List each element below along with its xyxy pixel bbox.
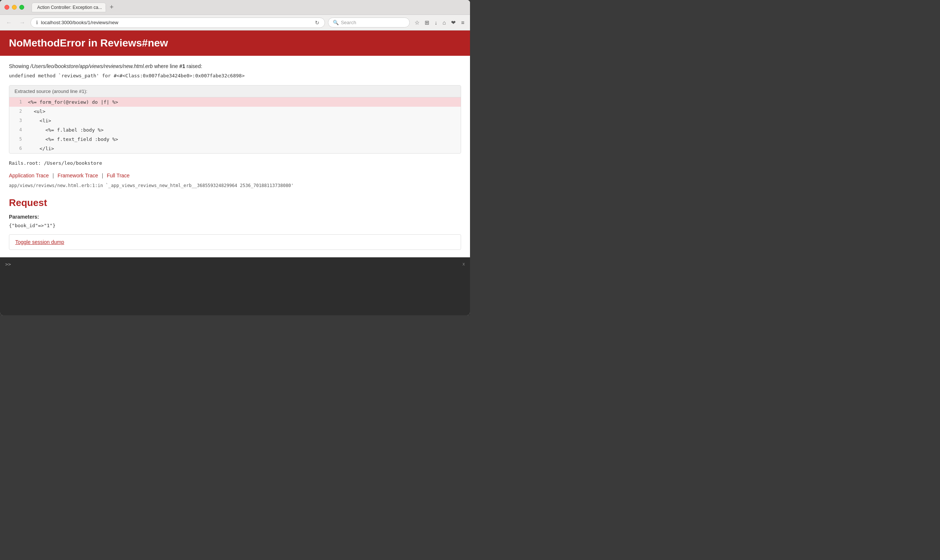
line-content-3: <li> xyxy=(28,117,51,125)
code-line-5: 5 <%= f.text_field :body %> xyxy=(9,135,461,144)
forward-icon: → xyxy=(19,19,25,26)
traffic-lights xyxy=(5,5,24,10)
source-code: 1 <%= form_for(@review) do |f| %> 2 <ul>… xyxy=(9,97,461,153)
tab-title: Action Controller: Exception ca... xyxy=(37,5,102,10)
bookmark-icon[interactable]: ☆ xyxy=(413,18,421,28)
search-bar[interactable]: 🔍 Search xyxy=(328,17,410,28)
line-content-1: <%= form_for(@review) do |f| %> xyxy=(28,98,118,106)
rails-root: Rails.root: /Users/leo/bookstore xyxy=(9,160,461,166)
error-header: NoMethodError in Reviews#new xyxy=(0,31,470,56)
code-line-1: 1 <%= form_for(@review) do |f| %> xyxy=(9,97,461,107)
active-tab[interactable]: Action Controller: Exception ca... ✕ xyxy=(32,3,106,12)
address-bar[interactable]: ℹ localhost:3000/books/1/reviews/new ↻ xyxy=(31,17,325,28)
source-header: Extracted source (around line #1): xyxy=(9,86,461,97)
trace-sep-2: | xyxy=(102,172,103,178)
trace-links: Application Trace | Framework Trace | Fu… xyxy=(9,172,461,178)
page-content: NoMethodError in Reviews#new Showing /Us… xyxy=(0,31,470,257)
source-box: Extracted source (around line #1): 1 <%=… xyxy=(9,85,461,154)
code-line-4: 4 <%= f.label :body %> xyxy=(9,125,461,135)
rails-root-label: Rails.root: xyxy=(9,160,41,166)
line-content-4: <%= f.label :body %> xyxy=(28,126,104,134)
showing-line-num: #1 xyxy=(179,63,185,69)
menu-icon[interactable]: ≡ xyxy=(459,18,466,27)
showing-file: /Users/leo/bookstore/app/views/reviews/n… xyxy=(31,63,153,69)
line-content-6: </li> xyxy=(28,145,54,152)
rails-root-value: /Users/leo/bookstore xyxy=(44,160,102,166)
forward-button[interactable]: → xyxy=(17,18,28,28)
line-num-3: 3 xyxy=(9,117,28,124)
line-num-5: 5 xyxy=(9,135,28,143)
line-content-2: <ul> xyxy=(28,108,45,115)
minimize-button[interactable] xyxy=(12,5,17,10)
params-value: {"book_id"=>"1"} xyxy=(9,223,461,228)
application-trace-link[interactable]: Application Trace xyxy=(9,172,49,178)
url-text: localhost:3000/books/1/reviews/new xyxy=(41,20,312,25)
close-button[interactable] xyxy=(5,5,9,10)
download-icon[interactable]: ↓ xyxy=(433,18,440,27)
title-bar: Action Controller: Exception ca... ✕ + xyxy=(0,0,470,15)
terminal-close-button[interactable]: x xyxy=(463,262,465,267)
reader-icon[interactable]: ⊞ xyxy=(423,18,431,28)
error-title: NoMethodError in Reviews#new xyxy=(9,37,461,49)
new-tab-button[interactable]: + xyxy=(108,3,115,11)
tab-bar: Action Controller: Exception ca... ✕ + xyxy=(32,3,466,12)
maximize-button[interactable] xyxy=(19,5,24,10)
search-icon: 🔍 xyxy=(333,20,339,25)
info-icon: ℹ xyxy=(36,20,38,25)
refresh-button[interactable]: ↻ xyxy=(315,20,319,26)
nav-bar: ← → ℹ localhost:3000/books/1/reviews/new… xyxy=(0,15,470,31)
line-num-6: 6 xyxy=(9,145,28,152)
request-title: Request xyxy=(9,197,461,209)
back-icon: ← xyxy=(6,19,12,26)
search-placeholder: Search xyxy=(341,20,356,25)
full-trace-link[interactable]: Full Trace xyxy=(107,172,129,178)
showing-line: Showing /Users/leo/bookstore/app/views/r… xyxy=(9,63,461,69)
line-num-2: 2 xyxy=(9,108,28,115)
line-num-1: 1 xyxy=(9,98,28,106)
error-body: Showing /Users/leo/bookstore/app/views/r… xyxy=(0,56,470,257)
terminal-bar: >> x xyxy=(0,257,470,271)
code-line-2: 2 <ul> xyxy=(9,107,461,116)
trace-sep-1: | xyxy=(52,172,54,178)
error-message: undefined method `reviews_path' for #<#<… xyxy=(9,73,461,78)
nav-icons: ☆ ⊞ ↓ ⌂ ❤ ≡ xyxy=(413,18,466,28)
framework-trace-link[interactable]: Framework Trace xyxy=(58,172,98,178)
code-line-6: 6 </li> xyxy=(9,144,461,153)
line-num-4: 4 xyxy=(9,126,28,134)
terminal-content xyxy=(0,271,470,315)
back-button[interactable]: ← xyxy=(4,18,14,28)
shield-icon[interactable]: ❤ xyxy=(449,18,458,28)
params-label: Parameters: xyxy=(9,214,461,220)
terminal-prompt: >> xyxy=(5,262,11,267)
toggle-session-button[interactable]: Toggle session dump xyxy=(9,234,461,250)
trace-output: app/views/reviews/new.html.erb:1:in `_ap… xyxy=(9,183,461,188)
browser-window: Action Controller: Exception ca... ✕ + ←… xyxy=(0,0,470,315)
code-line-3: 3 <li> xyxy=(9,116,461,125)
home-icon[interactable]: ⌂ xyxy=(441,18,448,27)
line-content-5: <%= f.text_field :body %> xyxy=(28,135,118,143)
tab-close-icon[interactable]: ✕ xyxy=(105,5,106,10)
